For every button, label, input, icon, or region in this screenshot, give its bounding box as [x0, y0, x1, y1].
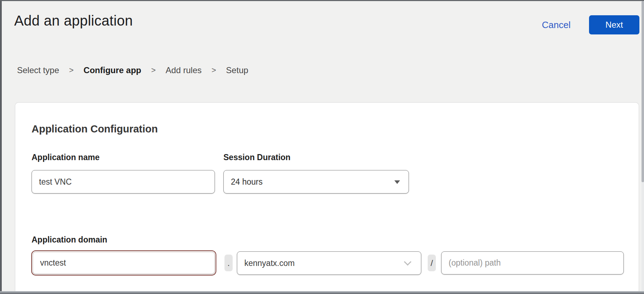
session-duration-select[interactable]: 24 hours — [223, 170, 409, 194]
application-configuration-card: Application Configuration Application na… — [15, 102, 639, 292]
breadcrumb-separator: > — [212, 66, 216, 75]
breadcrumb-step-select-type[interactable]: Select type — [17, 65, 59, 75]
domain-select-value: kennyatx.com — [244, 258, 295, 268]
window-left-border — [0, 0, 2, 294]
breadcrumb: Select type > Configure app > Add rules … — [17, 65, 248, 75]
scrollbar-thumb[interactable] — [642, 1, 644, 182]
window-bottom-border — [0, 291, 644, 294]
app-window: Add an application Cancel Next Select ty… — [0, 0, 644, 294]
application-name-input[interactable] — [32, 170, 215, 194]
breadcrumb-step-setup[interactable]: Setup — [226, 65, 248, 75]
session-duration-label: Session Duration — [223, 153, 290, 162]
next-button[interactable]: Next — [589, 15, 639, 34]
cancel-button[interactable]: Cancel — [542, 17, 571, 33]
breadcrumb-step-configure-app[interactable]: Configure app — [84, 65, 141, 75]
vertical-scrollbar[interactable] — [642, 1, 644, 291]
triangle-down-icon — [394, 180, 400, 184]
breadcrumb-step-add-rules[interactable]: Add rules — [166, 65, 201, 75]
path-input[interactable] — [441, 251, 624, 274]
slash-separator: / — [428, 255, 436, 271]
application-subdomain-input[interactable] — [33, 252, 215, 274]
domain-select[interactable]: kennyatx.com — [237, 251, 421, 275]
dot-separator: . — [224, 255, 233, 271]
breadcrumb-separator: > — [69, 66, 74, 75]
page-title: Add an application — [14, 13, 133, 29]
application-domain-label: Application domain — [32, 235, 107, 245]
application-name-label: Application name — [32, 153, 100, 162]
breadcrumb-separator: > — [151, 66, 156, 75]
window-top-border — [0, 0, 644, 1]
card-heading: Application Configuration — [32, 123, 158, 135]
chevron-down-icon — [404, 258, 411, 266]
session-duration-value: 24 hours — [231, 177, 263, 187]
